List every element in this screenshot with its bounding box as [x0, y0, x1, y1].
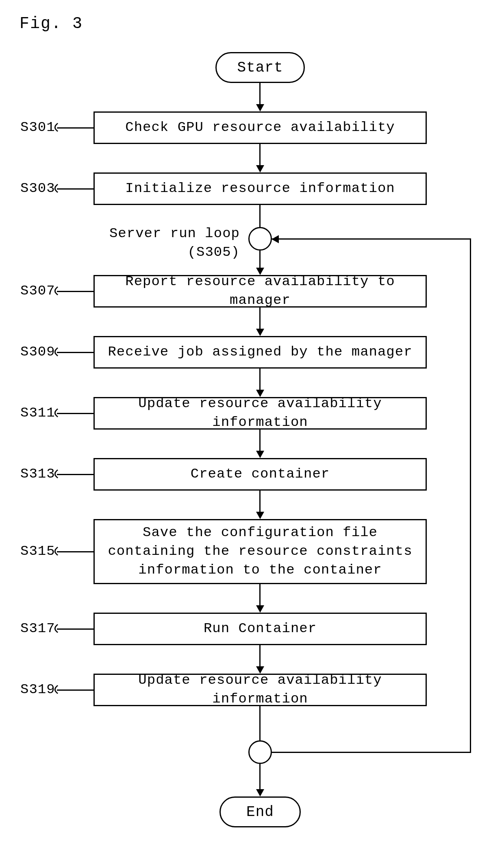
arrow-head: [256, 165, 264, 172]
tick: [57, 413, 93, 414]
loop-connector-top: [248, 227, 272, 251]
tick: [57, 352, 93, 353]
arrow-head: [256, 329, 264, 336]
step-tag-s319: S319: [20, 682, 55, 697]
step-tag-s317: S317: [20, 621, 55, 636]
step-s303: Initialize resource information: [93, 172, 427, 205]
tick: [57, 291, 93, 292]
arrow: [259, 83, 261, 105]
arrow: [259, 308, 261, 329]
arrow: [259, 251, 261, 268]
arrow: [259, 645, 261, 667]
arrow: [259, 205, 261, 228]
loop-label: Server run loop (S305): [106, 225, 240, 262]
step-s307: Report resource availability to manager: [93, 275, 427, 308]
arrow-head: [256, 789, 264, 796]
step-tag-s301: S301: [20, 120, 55, 135]
arrow: [259, 764, 261, 790]
feedback-line-h-top: [272, 238, 471, 240]
loop-label-line1: Server run loop: [109, 226, 240, 241]
step-s311: Update resource availability information: [93, 397, 427, 430]
arrow-head: [256, 605, 264, 613]
step-tag-s303: S303: [20, 181, 55, 196]
step-s317: Run Container: [93, 613, 427, 645]
feedback-line-v: [470, 238, 471, 752]
arrow: [259, 491, 261, 513]
loop-connector-bottom: [248, 740, 272, 764]
step-tag-s311: S311: [20, 405, 55, 421]
step-tag-s315: S315: [20, 543, 55, 559]
arrow: [259, 430, 261, 452]
arrow: [259, 706, 261, 740]
step-tag-s313: S313: [20, 466, 55, 482]
end-terminal: End: [219, 796, 301, 827]
step-s301: Check GPU resource availability: [93, 111, 427, 144]
step-s313: Create container: [93, 458, 427, 491]
arrow-head-left: [272, 235, 279, 243]
tick: [57, 474, 93, 475]
tick: [57, 628, 93, 630]
start-terminal: Start: [215, 52, 305, 83]
tick: [57, 551, 93, 552]
tick: [57, 689, 93, 691]
arrow: [259, 144, 261, 166]
arrow-head: [256, 512, 264, 519]
arrow: [259, 369, 261, 391]
arrow: [259, 584, 261, 606]
arrow-head: [256, 451, 264, 458]
tick: [57, 127, 93, 129]
step-s319: Update resource availability information: [93, 674, 427, 706]
step-tag-s307: S307: [20, 283, 55, 299]
step-s315: Save the configuration file containing t…: [93, 519, 427, 584]
loop-label-line2: (S305): [188, 244, 240, 260]
step-s309: Receive job assigned by the manager: [93, 336, 427, 369]
step-tag-s309: S309: [20, 344, 55, 360]
tick: [57, 188, 93, 190]
arrow-head: [256, 104, 264, 111]
feedback-line-h-bottom: [272, 752, 471, 753]
figure-label: Fig. 3: [20, 15, 83, 33]
